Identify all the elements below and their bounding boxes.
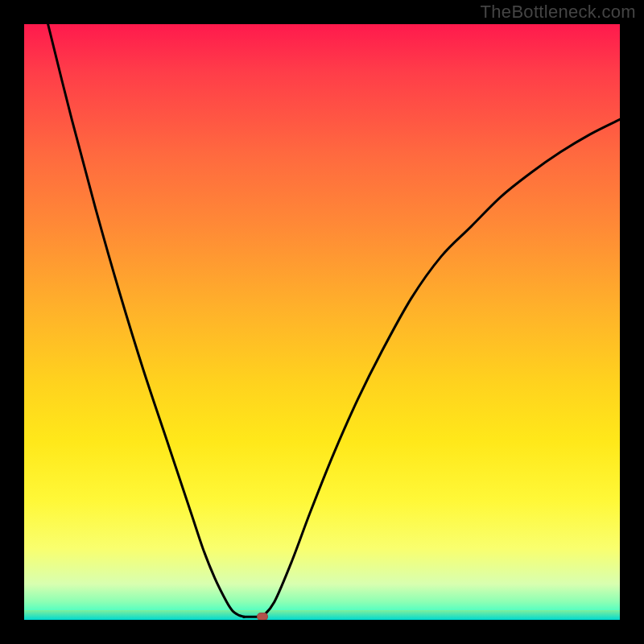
chart-frame: TheBottleneck.com [0, 0, 644, 644]
minimum-marker [257, 613, 268, 620]
plot-area [24, 24, 620, 620]
bottleneck-curve [24, 24, 620, 620]
watermark-text: TheBottleneck.com [481, 2, 636, 23]
